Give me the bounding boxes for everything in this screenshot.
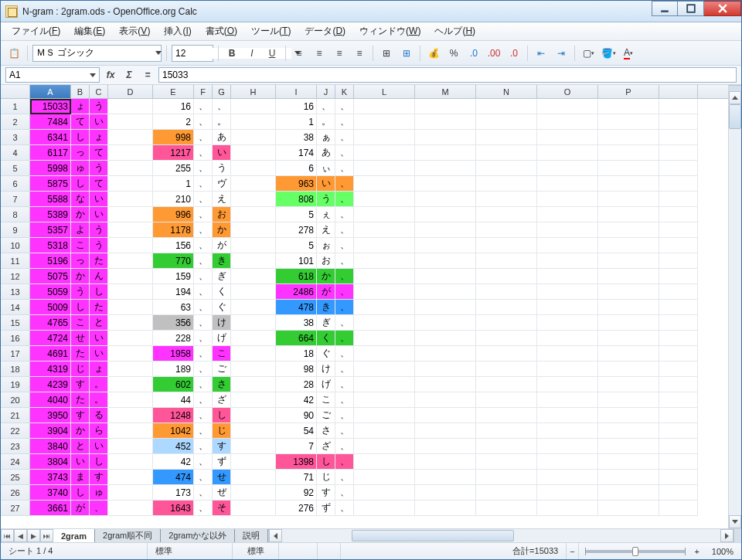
cell[interactable] <box>537 423 598 439</box>
cell[interactable] <box>415 501 476 516</box>
cell[interactable]: き <box>213 253 231 269</box>
cell[interactable] <box>108 238 153 253</box>
cell[interactable]: う <box>90 99 108 114</box>
cell[interactable]: た <box>90 300 108 315</box>
cell[interactable]: う <box>71 284 90 300</box>
row-header[interactable]: 13 <box>1 284 30 300</box>
cell[interactable] <box>415 207 476 222</box>
column-header-C[interactable]: C <box>90 85 108 98</box>
row-header[interactable]: 2 <box>1 114 30 130</box>
cell[interactable]: 5059 <box>30 284 71 300</box>
cell[interactable]: 1398 <box>276 454 317 470</box>
cell[interactable] <box>659 145 698 161</box>
cell[interactable] <box>108 331 153 346</box>
row-header[interactable]: 20 <box>1 392 30 408</box>
column-header-B[interactable]: B <box>71 85 90 98</box>
cell[interactable] <box>415 454 476 470</box>
cell[interactable]: 664 <box>276 331 317 346</box>
cell[interactable]: い <box>90 439 108 454</box>
row-header[interactable]: 23 <box>1 439 30 454</box>
cell[interactable]: 。 <box>90 377 108 392</box>
cell[interactable] <box>476 346 537 361</box>
borders-button[interactable]: ▢▾ <box>580 45 597 62</box>
zoom-out-button[interactable]: − <box>567 543 578 559</box>
cell[interactable]: が <box>213 238 231 253</box>
cell[interactable] <box>108 176 153 192</box>
cell[interactable] <box>231 207 276 222</box>
cell[interactable]: ぎ <box>317 315 335 331</box>
cell[interactable]: ょ <box>90 130 108 145</box>
grid[interactable]: ABCDEFGHIJKLMNOP 115033ょう16、、16、、27484てい… <box>1 85 728 528</box>
row-header[interactable]: 16 <box>1 331 30 346</box>
cell[interactable]: う <box>213 161 231 176</box>
cell[interactable]: 、 <box>335 238 354 253</box>
cell[interactable] <box>108 315 153 331</box>
cell[interactable] <box>354 501 415 516</box>
cell[interactable]: ず <box>317 501 335 516</box>
cell[interactable] <box>659 377 698 392</box>
cell[interactable]: ぎ <box>213 269 231 284</box>
cell[interactable]: け <box>213 315 231 331</box>
cell[interactable]: 、 <box>335 253 354 269</box>
cell[interactable] <box>598 300 659 315</box>
cell[interactable] <box>476 361 537 377</box>
cell[interactable] <box>231 269 276 284</box>
cell[interactable]: 276 <box>276 501 317 516</box>
cell[interactable] <box>537 130 598 145</box>
menu-書式[interactable]: 書式(O) <box>199 23 243 39</box>
cell[interactable]: 4765 <box>30 315 71 331</box>
cell[interactable] <box>476 454 537 470</box>
cell[interactable] <box>231 161 276 176</box>
cell[interactable] <box>231 454 276 470</box>
cell[interactable] <box>659 454 698 470</box>
cell[interactable]: 255 <box>153 161 194 176</box>
cell[interactable]: 、 <box>194 192 213 207</box>
cell[interactable]: す <box>71 377 90 392</box>
cell[interactable]: 2 <box>153 114 194 130</box>
cell[interactable]: さ <box>213 377 231 392</box>
row-header[interactable]: 5 <box>1 161 30 176</box>
cell[interactable] <box>659 176 698 192</box>
cell[interactable]: 194 <box>153 284 194 300</box>
cell[interactable]: 5588 <box>30 192 71 207</box>
cell[interactable]: 4040 <box>30 392 71 408</box>
cell[interactable] <box>659 207 698 222</box>
zoom-in-button[interactable]: + <box>692 543 703 559</box>
cell[interactable] <box>415 392 476 408</box>
cell[interactable]: 、 <box>335 408 354 423</box>
cell[interactable]: 。 <box>90 392 108 408</box>
cell[interactable]: じ <box>317 470 335 485</box>
cell[interactable]: す <box>71 408 90 423</box>
cell[interactable]: い <box>90 207 108 222</box>
column-header-I[interactable]: I <box>276 85 317 98</box>
cell[interactable]: こ <box>213 346 231 361</box>
cell[interactable] <box>537 222 598 238</box>
cell[interactable]: し <box>213 408 231 423</box>
scroll-down-button[interactable] <box>729 515 741 528</box>
cell[interactable]: 159 <box>153 269 194 284</box>
cell[interactable] <box>598 145 659 161</box>
cell[interactable] <box>231 114 276 130</box>
cell[interactable]: 。 <box>213 114 231 130</box>
cell[interactable]: 5998 <box>30 161 71 176</box>
cell[interactable] <box>476 114 537 130</box>
scroll-track[interactable] <box>282 529 720 542</box>
number-format-button[interactable]: .0 <box>465 45 482 62</box>
font-size-combo[interactable] <box>172 45 213 62</box>
cell[interactable] <box>598 439 659 454</box>
cell[interactable] <box>108 300 153 315</box>
cell[interactable]: 3743 <box>30 470 71 485</box>
cell[interactable]: が <box>317 284 335 300</box>
cell[interactable] <box>231 408 276 423</box>
cell[interactable] <box>598 361 659 377</box>
cell[interactable]: 、 <box>194 439 213 454</box>
font-name-input[interactable] <box>36 48 152 59</box>
row-header[interactable]: 3 <box>1 130 30 145</box>
cell[interactable] <box>476 331 537 346</box>
column-header-E[interactable]: E <box>153 85 194 98</box>
cell[interactable] <box>598 377 659 392</box>
cell[interactable] <box>108 269 153 284</box>
cell[interactable] <box>354 145 415 161</box>
cell[interactable]: 、 <box>194 253 213 269</box>
cell[interactable] <box>354 346 415 361</box>
